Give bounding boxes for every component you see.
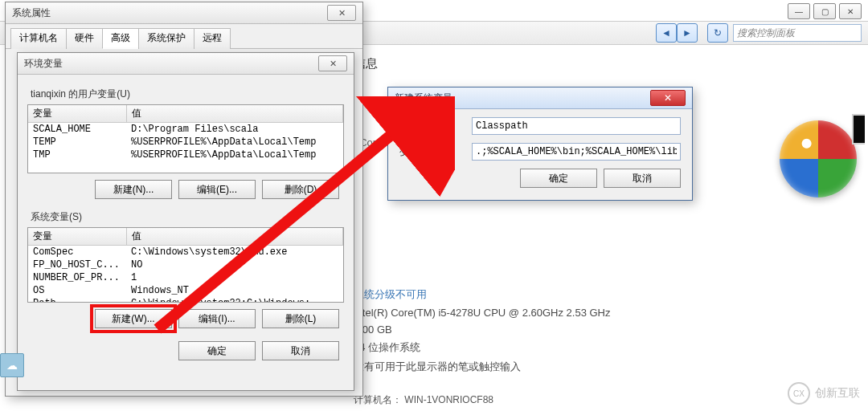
sys-edit-button[interactable]: 编辑(I)... <box>178 309 256 328</box>
sys-new-button[interactable]: 新建(W)... <box>95 309 172 328</box>
sys-vars-label: 系统变量(S) <box>31 210 344 224</box>
new-system-variable-dialog: 新建系统变量 ✕ 变量名(N)： 变量值(V)： 确定 取消 <box>387 87 693 201</box>
watermark-text: 创新互联 <box>815 386 860 401</box>
list-item[interactable]: SCALA_HOME D:\Program Files\scala <box>28 123 343 136</box>
tab-remote[interactable]: 远程 <box>194 28 231 49</box>
ram-info: 2.00 GB <box>354 324 611 336</box>
newvar-title: 新建系统变量 <box>395 92 452 105</box>
window-minimize-button[interactable]: — <box>788 3 810 19</box>
dialog-title: 系统属性 <box>12 6 51 20</box>
tab-system-protection[interactable]: 系统保护 <box>138 28 194 49</box>
window-maximize-button[interactable]: ▢ <box>813 3 836 19</box>
environment-variables-dialog: 环境变量 ✕ tianqixin 的用户变量(U) 变量 值 SCALA_HOM… <box>17 52 354 391</box>
window-close-button[interactable]: ✕ <box>839 3 862 19</box>
sys-delete-button[interactable]: 删除(L) <box>262 309 339 328</box>
col-header-name[interactable]: 变量 <box>28 105 127 122</box>
watermark: CX 创新互联 <box>788 382 860 405</box>
tab-advanced[interactable]: 高级 <box>102 28 139 49</box>
variable-value-input[interactable] <box>472 143 681 161</box>
env-dialog-close-button[interactable]: ✕ <box>318 55 347 71</box>
col-header-value[interactable]: 值 <box>127 105 343 122</box>
list-item[interactable]: FP_NO_HOST_C... NO <box>28 258 343 271</box>
variable-name-input[interactable] <box>472 117 681 135</box>
cloud-sticker-icon: ☁ <box>0 353 24 377</box>
env-ok-button[interactable]: 确定 <box>178 341 256 360</box>
list-item[interactable]: ComSpec C:\Windows\system32\cmd.exe <box>28 246 343 258</box>
user-edit-button[interactable]: 编辑(E)... <box>178 180 256 199</box>
list-item[interactable]: NUMBER_OF_PR... 1 <box>28 271 343 284</box>
user-vars-label: tianqixin 的用户变量(U) <box>31 87 344 101</box>
computer-name-value: WIN-1VONRIOCF88 <box>404 394 493 405</box>
col-header-value[interactable]: 值 <box>127 228 343 245</box>
list-item[interactable]: TEMP %USERPROFILE%\AppData\Local\Temp <box>28 136 343 149</box>
newvar-close-button[interactable]: ✕ <box>650 90 686 106</box>
tab-hardware[interactable]: 硬件 <box>66 28 103 49</box>
tab-computer-name[interactable]: 计算机名 <box>10 28 67 49</box>
os-type-info: 64 位操作系统 <box>354 340 611 355</box>
newvar-ok-button[interactable]: 确定 <box>520 169 597 188</box>
user-new-button[interactable]: 新建(N)... <box>95 180 172 199</box>
nav-back-button[interactable]: ◄ <box>656 23 677 43</box>
user-delete-button[interactable]: 删除(D) <box>262 180 339 199</box>
watermark-logo-icon: CX <box>788 382 810 405</box>
rating-unavailable: 系统分级不可用 <box>354 287 611 302</box>
system-properties-dialog: 系统属性 ✕ 计算机名 硬件 高级 系统保护 远程 环境变量 ✕ tianqix… <box>5 2 363 397</box>
refresh-button[interactable]: ↻ <box>707 23 728 43</box>
tab-bar: 计算机名 硬件 高级 系统保护 远程 <box>6 24 362 49</box>
cpu-info: Intel(R) Core(TM) i5-4278U CPU @ 2.60GHz… <box>354 307 611 319</box>
variable-value-label: 变量值(V)： <box>399 145 465 159</box>
windows-logo-icon <box>780 120 857 197</box>
variable-name-label: 变量名(N)： <box>399 120 465 133</box>
list-item[interactable]: TMP %USERPROFILE%\AppData\Local\Temp <box>28 149 343 161</box>
nav-forward-button[interactable]: ► <box>677 23 698 43</box>
col-header-name[interactable]: 变量 <box>28 228 127 245</box>
newvar-cancel-button[interactable]: 取消 <box>604 169 681 188</box>
dialog-close-button[interactable]: ✕ <box>327 5 356 21</box>
page-heading: 信息 <box>354 56 863 71</box>
env-cancel-button[interactable]: 取消 <box>262 341 339 360</box>
list-item[interactable]: Path C:\Windows\system32;C:\Windows; <box>28 297 343 303</box>
side-widget <box>852 114 865 144</box>
user-vars-list[interactable]: 变量 值 SCALA_HOME D:\Program Files\scala T… <box>27 104 344 173</box>
env-dialog-title: 环境变量 <box>24 57 63 71</box>
pen-touch-info: 没有可用于此显示器的笔或触控输入 <box>354 360 611 374</box>
search-input[interactable]: 搜索控制面板 <box>733 24 862 42</box>
sys-vars-list[interactable]: 变量 值 ComSpec C:\Windows\system32\cmd.exe… <box>27 227 344 303</box>
list-item[interactable]: OS Windows_NT <box>28 284 343 297</box>
